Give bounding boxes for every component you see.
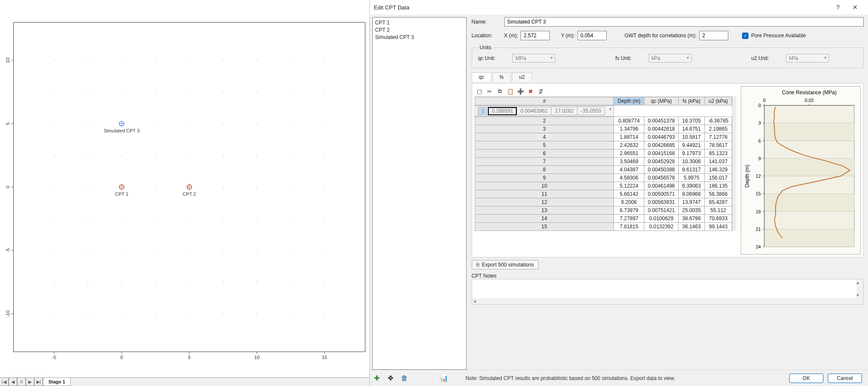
svg-point-26 xyxy=(121,92,122,92)
table-row[interactable]: 157.818150.013239236.146399.1443 xyxy=(475,223,732,231)
cpt-list-item[interactable]: CPT 2 xyxy=(375,27,464,34)
svg-point-21 xyxy=(121,250,122,251)
svg-text:9: 9 xyxy=(758,156,761,161)
cpt-notes-textarea[interactable]: ▴▾ ◂ xyxy=(472,279,864,305)
svg-point-9 xyxy=(54,60,54,60)
select-icon[interactable]: ▢ xyxy=(476,87,483,95)
table-row[interactable]: 105.122240.004614966.39063186.135 xyxy=(475,182,732,190)
name-input[interactable] xyxy=(504,17,864,27)
svg-point-31 xyxy=(155,218,156,219)
close-button[interactable]: ✕ xyxy=(847,1,864,13)
svg-text:Cone Resistance (MPa): Cone Resistance (MPa) xyxy=(782,90,836,96)
table-row[interactable]: 115.661420.005005718.0696656.3866 xyxy=(475,190,732,198)
svg-point-5 xyxy=(54,187,54,187)
insert-row-icon[interactable]: ➕ xyxy=(517,87,524,95)
svg-point-15 xyxy=(88,155,88,156)
svg-point-74 xyxy=(324,282,325,282)
cpt-notes-label: CPT Notes xyxy=(472,273,864,279)
units-legend: Units xyxy=(478,45,493,51)
table-row[interactable]: 136.739790.0075142125.003555.112 xyxy=(475,206,732,215)
svg-rect-116 xyxy=(764,159,854,176)
table-row[interactable]: 126.20060.0056393113.974765.4287 xyxy=(475,198,732,206)
x-input[interactable] xyxy=(521,31,550,40)
table-row[interactable]: 73.504690.0045292810.3006141.037 xyxy=(475,158,732,166)
table-row[interactable]: 31.347960.0044261814.67512.19865 xyxy=(475,125,732,133)
cpt-list-item[interactable]: CPT 1 xyxy=(375,19,464,27)
footnote: Note: Simulated CPT results are probabil… xyxy=(466,375,675,381)
fs-unit-label: fs Unit: xyxy=(615,55,631,61)
svg-text:0: 0 xyxy=(120,355,123,360)
tab-qc[interactable]: qc xyxy=(472,72,492,81)
plan-plot[interactable]: -5051015-10-50510CPT 1CPT 2Simulated CPT… xyxy=(0,0,369,386)
x-label: X (m): xyxy=(504,33,518,39)
stage-tab-1[interactable]: Stage 1 xyxy=(43,378,71,386)
help-button[interactable]: ? xyxy=(829,1,847,13)
svg-point-50 xyxy=(223,187,223,187)
svg-point-8 xyxy=(54,92,54,92)
svg-point-47 xyxy=(223,282,223,282)
qc-unit-label: qc Unit: xyxy=(478,55,496,61)
svg-text:15: 15 xyxy=(756,191,761,196)
u2-unit-select[interactable]: kPa xyxy=(786,54,829,63)
table-row[interactable]: 52.426320.004266859.4492178.5617 xyxy=(475,141,732,150)
sort-icon[interactable]: ⇵ xyxy=(537,87,545,95)
table-row[interactable]: 10.2695910.0046396217.0282-35.0553 xyxy=(475,105,614,117)
ok-button[interactable]: OK xyxy=(789,374,823,383)
qc-unit-select[interactable]: MPa xyxy=(512,54,555,63)
svg-text:5: 5 xyxy=(5,123,10,125)
svg-text:24: 24 xyxy=(756,244,761,249)
svg-text:-5: -5 xyxy=(5,248,10,253)
cpt-list[interactable]: CPT 1CPT 2Simulated CPT 3 xyxy=(372,17,467,370)
tab-u2[interactable]: u2 xyxy=(512,72,532,81)
cpt-data-grid[interactable]: #Depth (m)qc (MPa)fs (kPa)u2 (kPa)10.269… xyxy=(475,97,733,231)
svg-point-20 xyxy=(121,282,122,282)
location-label: Location: xyxy=(472,33,502,39)
svg-point-48 xyxy=(223,250,223,251)
stage-last-button[interactable]: ▶| xyxy=(34,378,43,386)
table-row[interactable]: 41.887140.0044679310.58177.12776 xyxy=(475,133,732,141)
svg-point-52 xyxy=(223,123,223,124)
paste-icon[interactable]: 📋 xyxy=(506,87,514,95)
stage-first-button[interactable]: |◀ xyxy=(0,378,9,386)
stage-next-button[interactable]: ▶ xyxy=(26,378,34,386)
pore-pressure-checkbox[interactable]: ✓ xyxy=(742,33,748,39)
data-tabs: qc fs u2 xyxy=(472,72,864,81)
add-cpt-icon[interactable]: ✚ xyxy=(372,374,382,382)
move-cpt-icon[interactable]: ✥ xyxy=(386,374,395,382)
svg-point-61 xyxy=(257,123,257,124)
svg-point-60 xyxy=(257,155,257,156)
svg-point-19 xyxy=(121,314,122,314)
svg-point-79 xyxy=(324,123,325,124)
fs-unit-select[interactable]: kPa xyxy=(649,54,691,63)
svg-point-45 xyxy=(189,60,189,60)
cut-icon[interactable]: ✂ xyxy=(486,87,494,95)
table-row[interactable]: 62.965510.004151689.1797385.1323 xyxy=(475,150,732,158)
cpt-list-item[interactable]: Simulated CPT 3 xyxy=(375,34,464,41)
svg-point-56 xyxy=(257,282,257,282)
y-input[interactable] xyxy=(578,31,607,40)
svg-point-22 xyxy=(121,218,122,219)
table-row[interactable]: 84.043870.004503888.61317146.329 xyxy=(475,166,732,174)
grid-scrollbar[interactable] xyxy=(732,97,736,231)
name-label: Name: xyxy=(472,19,502,25)
svg-point-63 xyxy=(257,60,257,60)
svg-point-18 xyxy=(88,60,88,60)
svg-point-1 xyxy=(54,314,54,314)
delete-row-icon[interactable]: ✖ xyxy=(527,87,535,95)
copy-icon[interactable]: ⧉ xyxy=(496,87,504,95)
stage-new-button[interactable]: # xyxy=(17,378,26,386)
units-group: Units qc Unit: MPa fs Unit: kPa u2 Unit:… xyxy=(472,45,864,68)
gwt-input[interactable] xyxy=(699,31,728,40)
export-simulations-button[interactable]: ⎘ Export 500 simulations xyxy=(472,260,539,269)
delete-cpt-icon[interactable]: 🗑 xyxy=(400,374,409,382)
chart-icon[interactable]: 📊 xyxy=(439,374,449,382)
table-row[interactable]: 147.278970.010062938.679670.6933 xyxy=(475,215,732,223)
svg-point-57 xyxy=(257,250,257,251)
table-row[interactable]: 94.583060.004565785.9975156.017 xyxy=(475,174,732,182)
tab-fs[interactable]: fs xyxy=(492,72,511,81)
table-row[interactable]: 20.8087740.0045137816.3705-6.36785 xyxy=(475,117,732,125)
cancel-button[interactable]: Cancel xyxy=(828,374,862,383)
export-icon: ⎘ xyxy=(476,262,479,268)
svg-point-2 xyxy=(54,282,54,282)
stage-prev-button[interactable]: ◀ xyxy=(9,378,17,386)
